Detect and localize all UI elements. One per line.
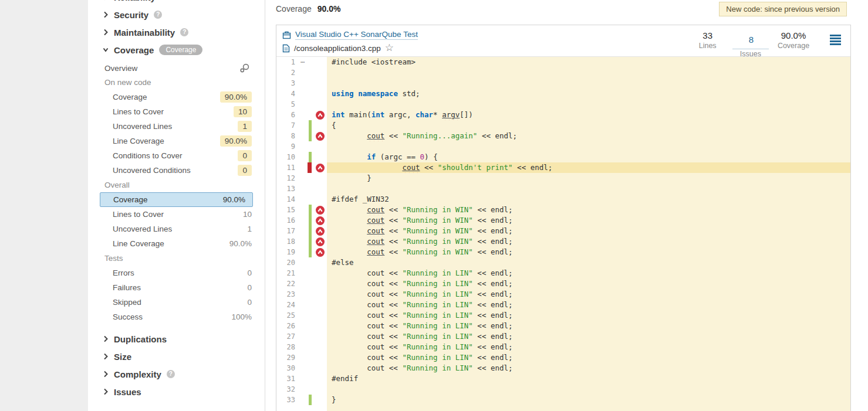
- line-number[interactable]: 12: [276, 173, 298, 184]
- metric-label: Coverage: [113, 93, 220, 101]
- sidebar-item-overview[interactable]: Overview: [88, 61, 265, 75]
- coverage-bar-covered[interactable]: [309, 395, 312, 405]
- line-number[interactable]: 32: [276, 384, 298, 395]
- line-number[interactable]: 9: [276, 141, 298, 152]
- line-number[interactable]: 30: [276, 363, 298, 373]
- coverage-bar-covered[interactable]: [309, 226, 312, 236]
- line-number[interactable]: 1: [276, 57, 298, 67]
- sidebar-metric-coverage-6[interactable]: Coverage90.0%: [88, 90, 265, 104]
- favorite-star-icon[interactable]: ☆: [385, 44, 394, 52]
- line-number[interactable]: 11: [276, 162, 298, 173]
- sidebar-metric-uncovered-conditions-11[interactable]: Uncovered Conditions0: [88, 163, 265, 178]
- duplication-column: [298, 363, 308, 373]
- line-number[interactable]: 10: [276, 152, 298, 162]
- issue-icon[interactable]: [316, 111, 325, 120]
- sidebar-metric-line-coverage-9[interactable]: Line Coverage90.0%: [88, 134, 265, 148]
- line-number[interactable]: 31: [276, 373, 298, 384]
- sidebar-category-reliability[interactable]: Reliability: [88, 0, 265, 4]
- line-number[interactable]: 5: [276, 99, 298, 110]
- line-number[interactable]: 7: [276, 120, 298, 131]
- line-number[interactable]: 21: [276, 268, 298, 278]
- line-number[interactable]: 29: [276, 352, 298, 363]
- sidebar-category-security[interactable]: Security?: [88, 8, 265, 21]
- coverage-column[interactable]: [308, 247, 313, 257]
- line-number[interactable]: 22: [276, 278, 298, 289]
- coverage-bar-covered[interactable]: [309, 152, 312, 162]
- sidebar-category-duplications[interactable]: Duplications: [88, 332, 265, 345]
- line-number[interactable]: 23: [276, 289, 298, 300]
- sidebar-metric-conditions-to-cover-10[interactable]: Conditions to Cover0: [88, 148, 265, 163]
- file-stat-value[interactable]: 8: [732, 35, 769, 49]
- issue-column-empty: [313, 141, 327, 152]
- sidebar-metric-uncovered-lines-8[interactable]: Uncovered Lines1: [88, 119, 265, 134]
- coverage-column[interactable]: [308, 205, 313, 215]
- coverage-column[interactable]: [308, 215, 313, 226]
- line-number[interactable]: 3: [276, 78, 298, 89]
- coverage-column[interactable]: [308, 395, 313, 405]
- coverage-bar-covered[interactable]: [309, 120, 312, 131]
- project-link[interactable]: Visual Studio C++ SonarQube Test: [295, 30, 418, 40]
- coverage-column[interactable]: [308, 120, 313, 131]
- issue-icon[interactable]: [316, 132, 325, 141]
- coverage-column[interactable]: [308, 162, 313, 173]
- line-number[interactable]: 33: [276, 395, 298, 405]
- coverage-bar-covered[interactable]: [309, 236, 312, 247]
- line-number[interactable]: 6: [276, 110, 298, 120]
- sidebar-category-size[interactable]: Size: [88, 350, 265, 363]
- coverage-bar-uncovered[interactable]: [308, 162, 312, 173]
- sidebar-subheader-tests: Tests: [88, 251, 265, 266]
- line-number[interactable]: 26: [276, 321, 298, 331]
- line-number[interactable]: 8: [276, 131, 298, 141]
- line-number[interactable]: 25: [276, 310, 298, 321]
- line-number[interactable]: 13: [276, 184, 298, 194]
- sidebar-metric-success-21[interactable]: Success100%: [88, 310, 265, 324]
- coverage-bar-covered[interactable]: [309, 205, 312, 215]
- issue-icon[interactable]: [316, 216, 325, 225]
- sidebar-metric-coverage-13[interactable]: Coverage90.0%: [100, 192, 253, 207]
- sidebar-category-issues[interactable]: Issues: [88, 385, 265, 398]
- sidebar-metric-skipped-20[interactable]: Skipped0: [88, 295, 265, 310]
- line-number[interactable]: 15: [276, 205, 298, 215]
- issue-icon[interactable]: [316, 248, 325, 257]
- line-number[interactable]: 14: [276, 194, 298, 205]
- line-number[interactable]: 19: [276, 247, 298, 257]
- sidebar-metric-lines-to-cover-7[interactable]: Lines to Cover10: [88, 104, 265, 119]
- line-number[interactable]: 27: [276, 331, 298, 342]
- sidebar-category-complexity[interactable]: Complexity?: [88, 368, 265, 381]
- issue-icon[interactable]: [316, 227, 325, 236]
- metric-value: 100%: [231, 313, 252, 321]
- help-icon[interactable]: ?: [154, 11, 162, 19]
- line-number[interactable]: 28: [276, 342, 298, 352]
- sidebar-category-coverage[interactable]: CoverageCoverage: [88, 43, 265, 56]
- duplication-column: [298, 310, 308, 321]
- line-number[interactable]: 4: [276, 89, 298, 99]
- sidebar-category-maintainability[interactable]: Maintainability?: [88, 26, 265, 39]
- sidebar-metric-line-coverage-16[interactable]: Line Coverage90.0%: [88, 236, 265, 251]
- coverage-column[interactable]: [308, 131, 313, 141]
- coverage-bar-covered[interactable]: [309, 131, 312, 141]
- line-number[interactable]: 16: [276, 215, 298, 226]
- line-number[interactable]: 18: [276, 236, 298, 247]
- code-line-10: 10 if (argc == 0) {: [276, 152, 850, 162]
- help-icon[interactable]: ?: [167, 370, 175, 378]
- line-number[interactable]: 24: [276, 300, 298, 310]
- issue-icon[interactable]: [316, 237, 325, 246]
- coverage-column[interactable]: [308, 226, 313, 236]
- actions-menu-icon[interactable]: [830, 35, 841, 46]
- issue-icon[interactable]: [316, 164, 325, 172]
- code-text: cout << "Running in LIN" << endl;: [327, 278, 850, 289]
- coverage-bar-covered[interactable]: [309, 215, 312, 226]
- sidebar-metric-lines-to-cover-14[interactable]: Lines to Cover10: [88, 207, 265, 222]
- coverage-column[interactable]: [308, 236, 313, 247]
- sidebar-metric-uncovered-lines-15[interactable]: Uncovered Lines1: [88, 222, 265, 236]
- help-icon[interactable]: ?: [180, 28, 188, 36]
- line-number[interactable]: 20: [276, 257, 298, 268]
- sidebar-metric-failures-19[interactable]: Failures0: [88, 280, 265, 295]
- line-number[interactable]: 17: [276, 226, 298, 236]
- sidebar-metric-errors-18[interactable]: Errors0: [88, 266, 265, 280]
- coverage-bar-covered[interactable]: [309, 247, 312, 257]
- coverage-column[interactable]: [308, 152, 313, 162]
- line-number[interactable]: 2: [276, 67, 298, 78]
- code-text: cout << "Running in LIN" << endl;: [327, 310, 850, 321]
- issue-icon[interactable]: [316, 206, 325, 215]
